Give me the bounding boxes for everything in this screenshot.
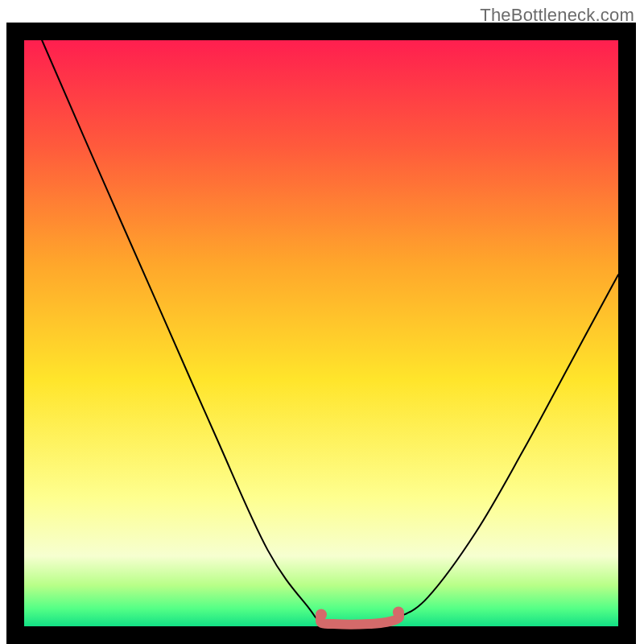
curve-layer (24, 40, 618, 626)
accent-dot-left (316, 609, 327, 620)
accent-dot-right (393, 607, 404, 618)
plot-area (24, 40, 618, 626)
bottom-accent (320, 613, 399, 625)
bottleneck-curve (42, 40, 618, 625)
chart-container: TheBottleneck.com (0, 0, 644, 644)
watermark-text: TheBottleneck.com (480, 5, 634, 26)
